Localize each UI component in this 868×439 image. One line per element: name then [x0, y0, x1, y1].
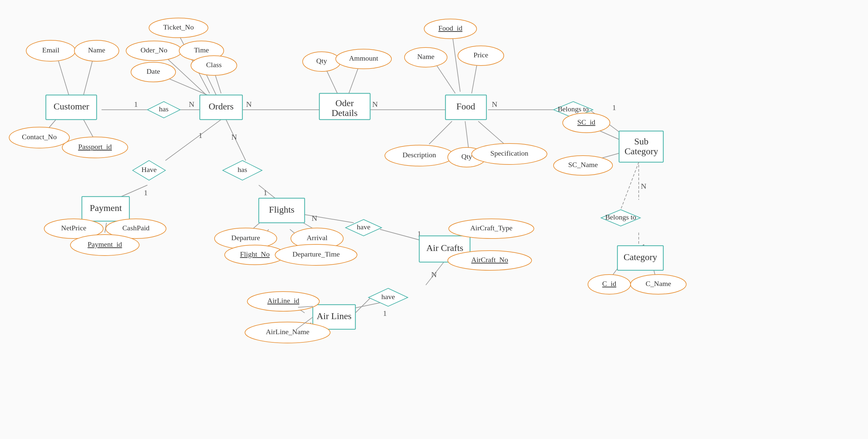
- card-orders-oderdetails-n: N: [246, 100, 252, 108]
- attr-cashpaid-label: CashPaid: [122, 224, 149, 232]
- card-flights-have2-n: N: [311, 214, 317, 222]
- attr-cid-label: C_id: [602, 279, 616, 288]
- line-passportid-customer: [84, 120, 93, 137]
- diamond-has2-label: has: [238, 165, 247, 174]
- line-email-customer: [57, 57, 69, 95]
- diamond-have2-label: have: [357, 223, 370, 231]
- attr-aircrafttype-label: AirCraft_Type: [470, 224, 512, 232]
- attr-departuretime-label: Departure_Time: [292, 250, 340, 258]
- attr-specification-label: Specification: [490, 149, 528, 157]
- line-have2-aircrafts: [380, 229, 423, 241]
- diamond-have3-label: have: [381, 292, 395, 301]
- line-have-payment: [121, 185, 147, 196]
- entity-food-label: Food: [456, 101, 475, 112]
- card-has-orders-n: N: [189, 100, 194, 108]
- card-have-payment-1: 1: [144, 188, 148, 197]
- attr-flightno-label: Flight_No: [240, 250, 270, 258]
- diamond-have-label: Have: [142, 165, 157, 174]
- card-subcategory-belongsto2-n: N: [641, 182, 646, 190]
- diamond-has-label: has: [159, 105, 168, 113]
- card-oderdetails-food-n: N: [372, 100, 378, 108]
- line-orders-have: [165, 120, 221, 160]
- diamond-belongsto2-label: Belongs to: [605, 213, 637, 221]
- attr-scname-label: SC_Name: [568, 160, 598, 169]
- attr-ammount-label: Ammount: [349, 54, 378, 62]
- attr-airlinename-label: AirLine_Name: [266, 327, 309, 336]
- attr-airlineid-label: AirLine_id: [267, 296, 299, 305]
- entity-flights-label: Flights: [269, 205, 294, 215]
- line-sc-belongsto2-fix: [621, 162, 639, 210]
- attr-time-label: Time: [194, 46, 209, 54]
- attr-name-customer-label: Name: [88, 46, 105, 54]
- card-aircrafts-have3-n: N: [431, 270, 437, 279]
- card-orders-have-1: 1: [198, 131, 203, 139]
- entity-category-label: Category: [624, 252, 657, 262]
- attr-qty-oderdetails-label: Qty: [316, 57, 327, 65]
- attr-netprice-label: NetPrice: [61, 224, 87, 232]
- attr-foodid-label: Food_id: [438, 24, 462, 32]
- attr-passportid-label: Passport_id: [78, 143, 112, 151]
- attr-aircraftno-label: AirCraft_No: [471, 255, 508, 264]
- attr-email-label: Email: [42, 46, 60, 54]
- line-name-customer: [84, 57, 93, 95]
- line-qty-food: [465, 121, 468, 148]
- card-food-belongsto-n: N: [492, 100, 497, 108]
- attr-paymentid-label: Payment_id: [88, 240, 122, 248]
- attr-cname-label: C_Name: [646, 279, 671, 288]
- attr-arrival-label: Arrival: [307, 233, 328, 242]
- attr-departure-label: Departure: [231, 233, 260, 242]
- attr-name-food-label: Name: [417, 53, 435, 61]
- line-description-food: [429, 121, 452, 144]
- line-specification-food: [478, 121, 504, 144]
- diamond-belongsto1-label: Belongs to: [558, 105, 589, 113]
- entity-oderdetails-label-2: Details: [332, 108, 358, 118]
- line-foodid-food: [452, 33, 460, 92]
- entity-customer-label: Customer: [54, 101, 90, 112]
- attr-ticketno-label: Ticket_No: [163, 23, 193, 31]
- attr-qty-food-label: Qty: [462, 152, 472, 160]
- card-has2-flights-1: 1: [264, 188, 267, 197]
- entity-subcategory-label-2: Category: [625, 146, 658, 156]
- entity-oderdetails-label-1: Oder: [335, 98, 354, 108]
- entity-orders-label: Orders: [209, 101, 234, 112]
- entity-airlines-label: Air Lines: [317, 311, 352, 321]
- attr-contactno-label: Contact_No: [22, 133, 57, 141]
- card-have3-airlines-1: 1: [383, 309, 387, 317]
- attr-oderno-label: Oder_No: [141, 46, 167, 54]
- entity-aircrafts-label: Air Crafts: [427, 243, 463, 253]
- attr-scid-label: SC_id: [577, 118, 595, 126]
- entity-payment-label: Payment: [90, 203, 122, 213]
- attr-date-label: Date: [147, 67, 160, 75]
- attr-class-label: Class: [206, 61, 222, 69]
- attr-description-label: Description: [403, 151, 436, 159]
- card-customer-has-1: 1: [134, 100, 138, 108]
- card-orders-has2-n: N: [231, 133, 237, 141]
- card-belongsto-subcategory-1: 1: [612, 103, 616, 112]
- entity-subcategory-label-1: Sub: [634, 136, 649, 147]
- er-diagram: 1 N N N N 1 N 1 1 1 N 1 N 1 N 1 Customer…: [0, 0, 868, 439]
- attr-price-label: Price: [473, 51, 488, 59]
